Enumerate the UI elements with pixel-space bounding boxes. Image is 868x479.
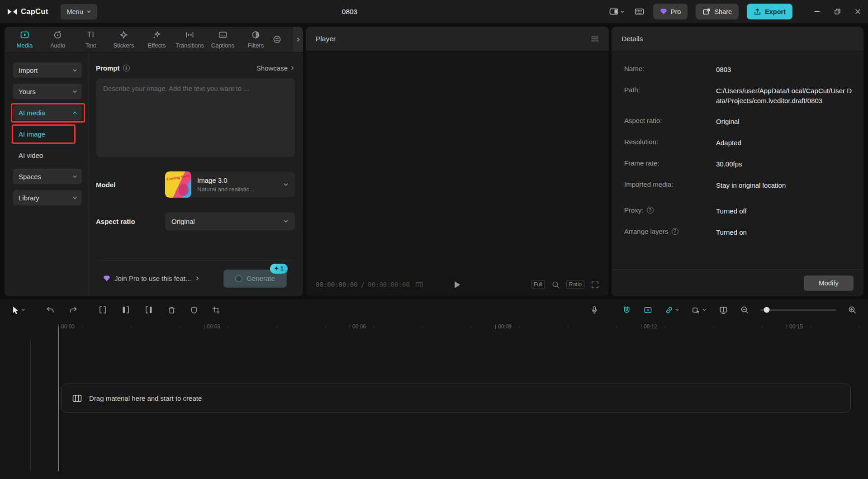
timeline-dropzone[interactable]: Drag material here and start to create [61, 384, 851, 413]
tab-effects[interactable]: Effects [140, 27, 173, 52]
timeline: 00:00 00:03 00:06 00:09 00:12 00:15 Drag… [0, 299, 868, 479]
showcase-link[interactable]: Showcase [256, 64, 295, 72]
model-select[interactable]: Coming Soon! Image 3.0 Natural and reali… [165, 171, 295, 198]
fullscreen-icon [591, 281, 599, 289]
timecode: 00:00:00:00 / 00:00:00:00 [316, 281, 423, 288]
pro-button[interactable]: Pro [653, 4, 688, 19]
link-icon [665, 306, 674, 314]
timecode-total: 00:00:00:00 [368, 281, 410, 288]
chevron-down-icon [702, 308, 707, 312]
chevron-down-icon [72, 174, 77, 179]
sidebar-item-ai-image[interactable]: AI image [13, 126, 82, 142]
timeline-toolbar [0, 299, 868, 321]
mask-icon [190, 306, 198, 314]
tab-adjust-partial[interactable] [272, 27, 284, 52]
sidebar-item-yours[interactable]: Yours [13, 84, 82, 99]
share-button[interactable]: Share [696, 4, 739, 19]
sidebar-item-spaces[interactable]: Spaces [13, 169, 82, 184]
prompt-label: Prompt i [96, 64, 130, 72]
delete-left-button[interactable] [120, 304, 131, 315]
clip-select-icon [692, 306, 701, 314]
aspect-ratio-label: Aspect ratio [96, 218, 165, 225]
aspect-ratio-select[interactable]: Original [165, 212, 295, 230]
join-pro-link[interactable]: Join Pro to use this feat... [103, 275, 200, 282]
player-title: Player [316, 35, 336, 43]
sticker-icon [119, 30, 128, 40]
zoom-out-button[interactable] [740, 305, 749, 315]
details-title: Details [621, 35, 643, 43]
crop-button[interactable] [211, 305, 221, 315]
chevron-down-icon [72, 68, 77, 73]
media-panel: Media Audio TI Text Stickers [5, 27, 303, 296]
close-button[interactable] [848, 0, 868, 23]
tab-captions[interactable]: Captions [206, 27, 239, 52]
gem-icon [103, 275, 110, 282]
full-quality-button[interactable]: Full [531, 280, 545, 289]
tab-transitions[interactable]: Transitions [173, 27, 206, 52]
delete-left-icon [121, 305, 130, 314]
details-body: Name: 0803 Path: C:/Users/user/AppData/L… [612, 51, 863, 269]
fullscreen-button[interactable] [591, 281, 599, 289]
trash-icon [167, 306, 176, 314]
chevron-right-icon [290, 66, 295, 71]
playhead[interactable] [56, 321, 61, 471]
player-panel: Player 00:00:00:00 / 00:00:00:00 [306, 27, 609, 296]
tab-filters[interactable]: Filters [239, 27, 272, 52]
minimize-button[interactable] [807, 0, 827, 23]
ruler-tick: 00:15 [787, 323, 803, 330]
player-menu-button[interactable] [591, 36, 599, 42]
tab-text[interactable]: TI Text [74, 27, 107, 52]
chevron-down-icon [72, 89, 77, 94]
help-icon[interactable]: ? [672, 228, 678, 235]
delete-button[interactable] [166, 305, 177, 315]
track-selection-mode-button[interactable] [691, 305, 707, 315]
sidebar-item-ai-video[interactable]: AI video [13, 147, 82, 163]
record-voiceover-button[interactable] [590, 304, 599, 315]
project-title: 0803 [342, 8, 357, 16]
chevron-up-icon [72, 110, 77, 115]
player-header: Player [306, 27, 609, 51]
modify-button[interactable]: Modify [804, 275, 854, 291]
tab-media[interactable]: Media [8, 27, 41, 52]
chevron-down-icon [86, 9, 91, 14]
preview-zoom-button[interactable] [552, 281, 560, 289]
mask-button[interactable] [189, 305, 199, 315]
tabs-expand-button[interactable] [293, 27, 303, 52]
redo-button[interactable] [68, 305, 79, 315]
help-icon[interactable]: ? [647, 207, 654, 213]
preview-axis-button[interactable] [718, 305, 729, 315]
share-icon [702, 8, 711, 16]
menu-button[interactable]: Menu [61, 4, 97, 19]
main-track-magnet-toggle[interactable] [621, 305, 632, 315]
delete-right-button[interactable] [143, 304, 154, 315]
auto-ripple-toggle[interactable] [643, 305, 653, 315]
sidebar-item-library[interactable]: Library [13, 190, 82, 205]
zoom-slider-knob[interactable] [764, 307, 770, 313]
info-icon[interactable]: i [123, 65, 130, 71]
zoom-in-button[interactable] [847, 305, 857, 315]
credit-badge: ✦ 1 [270, 264, 288, 274]
undo-button[interactable] [45, 305, 56, 315]
sidebar-item-ai-media[interactable]: AI media [13, 105, 82, 120]
ratio-button[interactable]: Ratio [566, 280, 584, 289]
shortcuts-button[interactable] [634, 6, 645, 17]
tab-audio[interactable]: Audio [41, 27, 74, 52]
timeline-ruler[interactable]: 00:00 00:03 00:06 00:09 00:12 00:15 [0, 321, 868, 332]
play-button[interactable] [454, 281, 461, 289]
media-sidebar: Import Yours AI media [5, 52, 89, 296]
timeline-zoom-slider[interactable] [760, 309, 836, 311]
detail-row-name: Name: 0803 [624, 65, 853, 75]
frame-view-icon[interactable] [416, 282, 423, 288]
detail-row-path: Path: C:/Users/user/AppData/Local/CapCut… [624, 86, 853, 106]
export-button[interactable]: Export [747, 4, 792, 19]
text-icon: TI [87, 30, 94, 40]
sidebar-item-import[interactable]: Import [13, 62, 82, 78]
prompt-input[interactable] [96, 78, 295, 157]
select-tool-button[interactable] [11, 305, 26, 315]
linked-selection-toggle[interactable] [664, 305, 680, 315]
split-button[interactable] [97, 304, 108, 315]
restore-button[interactable] [827, 0, 848, 23]
tab-stickers[interactable]: Stickers [107, 27, 140, 52]
undo-icon [46, 306, 55, 314]
layout-toggle-button[interactable] [608, 6, 626, 17]
